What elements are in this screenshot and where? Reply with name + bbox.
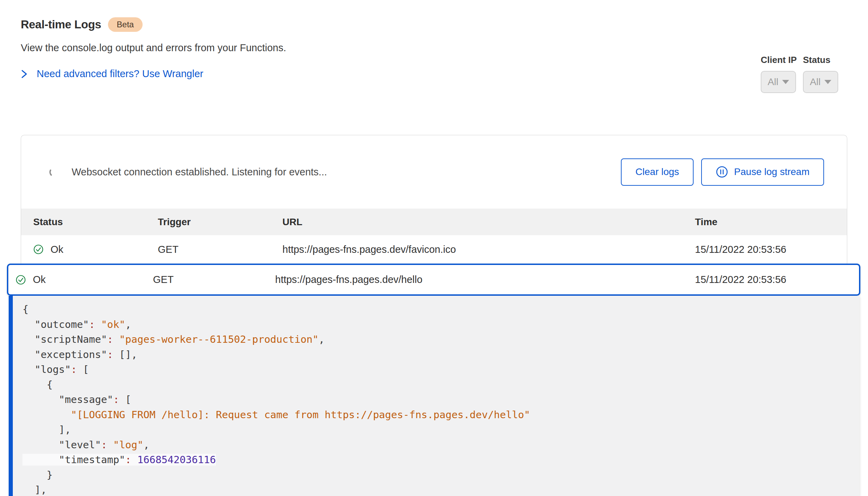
- spinner-icon: [49, 167, 59, 177]
- status-value: Ok: [51, 244, 63, 255]
- client-ip-label: Client IP: [761, 55, 797, 65]
- realtime-logs-page: Real-time Logs Beta View the console.log…: [0, 0, 868, 496]
- log-table-row-expanded[interactable]: Ok GET https://pages-fns.pages.dev/hello…: [7, 264, 860, 296]
- status-cell: Ok: [16, 274, 153, 285]
- page-header: Real-time Logs Beta View the console.log…: [21, 17, 286, 80]
- log-table-header: Status Trigger URL Time: [21, 209, 847, 235]
- url-value: https://pages-fns.pages.dev/hello: [275, 274, 695, 285]
- log-json-output: { "outcome": "ok", "scriptName": "pages-…: [22, 302, 859, 496]
- column-header-status: Status: [33, 217, 158, 228]
- check-circle-icon: [16, 275, 26, 285]
- caret-down-icon: [782, 80, 789, 84]
- pause-log-stream-button[interactable]: Pause log stream: [701, 158, 824, 186]
- trigger-value: GET: [158, 244, 282, 255]
- status-filter-label: Status: [803, 55, 838, 65]
- status-dropdown[interactable]: All: [803, 71, 838, 93]
- clear-logs-button[interactable]: Clear logs: [621, 158, 694, 186]
- wrangler-filters-link[interactable]: Need advanced filters? Use Wrangler: [21, 68, 286, 80]
- stream-status-bar: Websocket connection established. Listen…: [21, 135, 847, 209]
- column-header-url: URL: [282, 217, 695, 228]
- status-value: Ok: [33, 274, 46, 285]
- status-cell: Ok: [33, 244, 158, 255]
- log-table-row[interactable]: Ok GET https://pages-fns.pages.dev/favic…: [21, 235, 847, 264]
- page-title: Real-time Logs: [21, 18, 101, 31]
- log-detail-panel: { "outcome": "ok", "scriptName": "pages-…: [9, 296, 859, 496]
- wrangler-link-label: Need advanced filters? Use Wrangler: [37, 68, 203, 80]
- trigger-value: GET: [153, 274, 275, 285]
- client-ip-filter: Client IP All: [761, 55, 797, 93]
- beta-badge: Beta: [108, 17, 142, 32]
- clear-logs-label: Clear logs: [635, 166, 679, 177]
- log-filters: Client IP All Status All: [761, 55, 838, 93]
- time-value: 15/11/2022 20:53:56: [695, 274, 859, 285]
- caret-down-icon: [824, 80, 831, 84]
- status-filter-value: All: [810, 76, 821, 88]
- title-row: Real-time Logs Beta: [21, 17, 286, 32]
- page-subtitle: View the console.log output and errors f…: [21, 42, 286, 54]
- url-value: https://pages-fns.pages.dev/favicon.ico: [282, 244, 695, 255]
- column-header-trigger: Trigger: [158, 217, 282, 228]
- log-stream-panel: Websocket connection established. Listen…: [21, 135, 847, 264]
- column-header-time: Time: [695, 217, 847, 228]
- stream-actions: Clear logs Pause log stream: [621, 158, 824, 186]
- client-ip-value: All: [768, 76, 778, 88]
- time-value: 15/11/2022 20:53:56: [695, 244, 847, 255]
- client-ip-dropdown[interactable]: All: [761, 71, 796, 93]
- status-filter: Status All: [803, 55, 838, 93]
- stream-status-message: Websocket connection established. Listen…: [72, 166, 327, 178]
- chevron-right-icon: [21, 68, 28, 80]
- pause-log-stream-label: Pause log stream: [734, 166, 810, 177]
- check-circle-icon: [33, 244, 44, 255]
- pause-circle-icon: [716, 166, 728, 178]
- expanded-log-entry: Ok GET https://pages-fns.pages.dev/hello…: [7, 264, 860, 496]
